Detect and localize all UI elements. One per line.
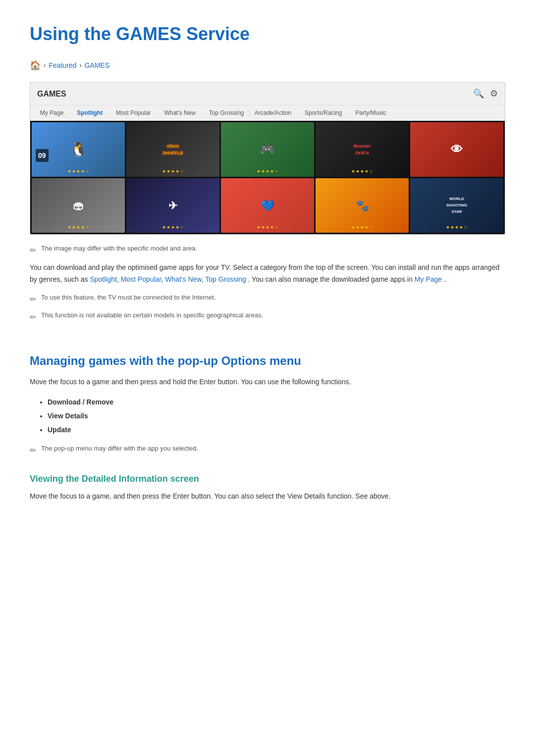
pencil-icon-1: ✏ — [30, 244, 36, 257]
game-stars-4: ★★★★☆ — [351, 168, 374, 175]
game-cell-2[interactable]: oDemSHUFFLE ★★★★☆ — [126, 122, 219, 177]
note-popup-row: ✏ The pop-up menu may differ with the ap… — [30, 444, 505, 457]
bullet-update: Update — [48, 423, 505, 437]
note-popup-text: The pop-up menu may differ with the app … — [41, 444, 198, 454]
link-whats-new[interactable]: What's New — [165, 275, 201, 283]
games-grid: 🐧 09 ★★★★☆ oDemSHUFFLE ★★★★☆ 🎮 ★★★★☆ Mon… — [30, 121, 505, 234]
game-stars-3: ★★★★☆ — [257, 168, 279, 175]
section-viewing-title: Viewing the Detailed Information screen — [30, 472, 505, 486]
games-nav: My Page · Spotlight · Most Popular · Wha… — [30, 105, 505, 121]
nav-sports-racing[interactable]: Sports/Racing — [302, 107, 345, 119]
nav-top-grossing[interactable]: Top Grossing — [206, 107, 247, 119]
link-my-page[interactable]: My Page — [415, 275, 442, 283]
bullet-view-details: View Details — [48, 409, 505, 423]
nav-arcade-action[interactable]: Arcade/Action — [252, 107, 295, 119]
section-managing-description: Move the focus to a game and then press … — [30, 376, 505, 388]
breadcrumb-sep-1: › — [44, 60, 46, 71]
note-geographical-row: ✏ This function is not available on cert… — [30, 310, 505, 324]
nav-divider — [249, 110, 250, 117]
game-cell-9[interactable]: 🐾 ★★★★☆ — [316, 178, 409, 233]
nav-most-popular[interactable]: Most Popular — [113, 107, 154, 119]
game-stars-9: ★★★★☆ — [351, 224, 374, 231]
section-managing-title: Managing games with the pop-up Options m… — [30, 352, 505, 370]
games-header-icons: 🔍 ⚙ — [473, 87, 498, 101]
game-cell-3[interactable]: 🎮 ★★★★☆ — [221, 122, 314, 177]
link-spotlight[interactable]: Spotlight — [90, 275, 116, 283]
settings-icon: ⚙ — [490, 87, 498, 101]
game-cell-7[interactable]: ✈ ★★★★☆ — [126, 178, 219, 233]
pencil-icon-3: ✏ — [30, 311, 36, 324]
breadcrumb-featured[interactable]: Featured — [49, 60, 76, 71]
nav-party-music[interactable]: Party/Music — [352, 107, 389, 119]
pencil-icon-4: ✏ — [30, 444, 36, 457]
intro-text-2: . You can also manage the downloaded gam… — [248, 275, 413, 283]
note-geographical-text: This function is not available on certai… — [41, 310, 263, 321]
game-stars-2: ★★★★☆ — [162, 168, 184, 175]
intro-paragraph: You can download and play the optimised … — [30, 262, 505, 286]
pencil-icon-2: ✏ — [30, 293, 36, 306]
link-top-grossing[interactable]: Top Grossing — [205, 275, 246, 283]
game-stars-6: ★★★★☆ — [67, 224, 90, 231]
page-title: Using the GAMES Service — [30, 20, 505, 49]
note-image-diff-row: ✏ The image may differ with the specific… — [30, 244, 505, 257]
game-stars-10: ★★★★☆ — [446, 224, 468, 231]
link-most-popular[interactable]: Most Popular — [121, 275, 161, 283]
game-stars-1: ★★★★☆ — [67, 168, 90, 175]
breadcrumb-sep-2: › — [79, 60, 81, 71]
game-cell-1[interactable]: 🐧 09 ★★★★☆ — [32, 122, 125, 177]
game-stars-7: ★★★★☆ — [162, 224, 184, 231]
games-header-title: GAMES — [37, 88, 66, 101]
nav-whats-new[interactable]: What's New — [161, 107, 199, 119]
nav-mypage[interactable]: My Page — [37, 107, 66, 119]
games-ui-mockup: GAMES 🔍 ⚙ My Page · Spotlight · Most Pop… — [30, 82, 505, 235]
game-cell-6[interactable]: 🏟 ★★★★☆ — [32, 178, 125, 233]
game-stars-8: ★★★★☆ — [257, 224, 279, 231]
nav-spotlight[interactable]: Spotlight — [74, 107, 106, 119]
game-cell-5[interactable]: 👁 — [410, 122, 503, 177]
game-cell-8[interactable]: 💙 ★★★★☆ — [221, 178, 314, 233]
note-image-diff-text: The image may differ with the specific m… — [41, 244, 197, 254]
bullet-download-remove: Download / Remove — [48, 395, 505, 409]
home-icon: 🏠 — [30, 58, 41, 73]
search-icon: 🔍 — [473, 87, 484, 101]
game-number-1: 09 — [36, 149, 49, 162]
intro-text-3: . — [444, 275, 446, 283]
breadcrumb: 🏠 › Featured › GAMES — [30, 58, 505, 73]
section-viewing-description: Move the focus to a game, and then press… — [30, 491, 505, 503]
note-internet-row: ✏ To use this feature, the TV must be co… — [30, 293, 505, 306]
games-header: GAMES 🔍 ⚙ — [30, 83, 505, 105]
game-cell-4[interactable]: MonsterSKIFix ★★★★☆ — [316, 122, 409, 177]
managing-bullets: Download / Remove View Details Update — [30, 395, 505, 437]
note-internet-text: To use this feature, the TV must be conn… — [41, 293, 215, 303]
breadcrumb-games[interactable]: GAMES — [85, 60, 110, 71]
game-cell-10[interactable]: WORLDSHOOTINGSTAR ★★★★☆ — [410, 178, 503, 233]
